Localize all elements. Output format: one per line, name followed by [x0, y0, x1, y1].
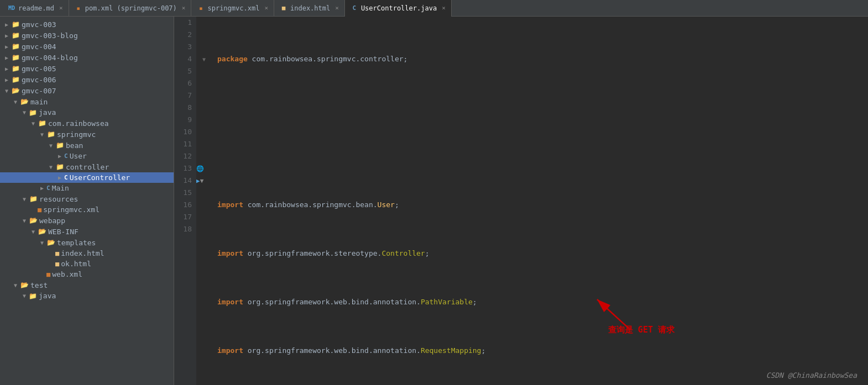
gutter-13: 🌐 — [196, 162, 212, 175]
linenum-15: 15 — [179, 187, 192, 199]
main-layout: ▶ 📁 gmvc-003 ▶ 📁 gmvc-003-blog ▶ 📁 gmvc-… — [0, 17, 868, 385]
arrow-springmvc: ▼ — [38, 131, 46, 138]
gutter-7 — [196, 89, 212, 102]
kw-import-4: import — [217, 199, 243, 211]
gutter-15 — [196, 187, 212, 199]
folder-icon-webinf: 📂 — [38, 227, 46, 236]
label-gmvc-005: gmvc-005 — [22, 65, 174, 73]
folder-icon-gmvc-006: 📁 — [11, 75, 20, 84]
arrow-bean: ▼ — [46, 143, 55, 149]
sidebar-item-springmvc[interactable]: ▼ 📁 springmvc — [0, 129, 174, 140]
code-line-3 — [217, 150, 862, 162]
gutter-5 — [196, 65, 212, 77]
arrow-templates: ▼ — [38, 240, 46, 246]
tab-usercontroller-label: UserController.java — [361, 4, 437, 12]
linenum-5: 5 — [179, 65, 192, 77]
sidebar-item-bean[interactable]: ▼ 📁 bean — [0, 140, 174, 151]
linenum-9: 9 — [179, 114, 192, 126]
sidebar-item-web-xml[interactable]: ▶ ■ web.xml — [0, 269, 174, 279]
label-bean: bean — [66, 141, 174, 150]
tab-index-label: index.html — [290, 4, 330, 12]
sidebar-item-controller[interactable]: ▼ 📁 controller — [0, 161, 174, 172]
tab-pom-close[interactable]: × — [182, 4, 186, 12]
sidebar-item-usercontroller[interactable]: ▶ C UserController — [0, 172, 174, 183]
class-user: User — [378, 199, 395, 211]
sidebar-item-templates[interactable]: ▼ 📂 templates — [0, 237, 174, 248]
sidebar-item-main-class[interactable]: ▶ C Main — [0, 183, 174, 193]
class-pathvariable: PathVariable — [421, 296, 473, 308]
arrow-gmvc-007: ▼ — [2, 88, 11, 94]
tab-usercontroller-close[interactable]: × — [442, 4, 446, 12]
tab-pom[interactable]: ◼ pom.xml (springmvc-007) × — [69, 0, 192, 17]
sidebar-item-gmvc-004[interactable]: ▶ 📁 gmvc-004 — [0, 41, 174, 52]
linenum-7: 7 — [179, 89, 192, 102]
sidebar-item-gmvc-003-blog[interactable]: ▶ 📁 gmvc-003-blog — [0, 30, 174, 41]
html-icon-index: ■ — [280, 4, 287, 12]
sidebar-item-gmvc-007[interactable]: ▼ 📂 gmvc-007 — [0, 85, 174, 96]
sidebar-item-user[interactable]: ▶ C User — [0, 151, 174, 161]
linenum-4: 4 — [179, 53, 192, 65]
gutter-8 — [196, 102, 212, 114]
sidebar-item-java[interactable]: ▼ 📁 java — [0, 107, 174, 118]
gutter-2 — [196, 29, 212, 41]
folder-icon-gmvc-004: 📁 — [11, 42, 20, 51]
gutter-9 — [196, 114, 212, 126]
class-icon-user: C — [64, 152, 68, 160]
label-springmvc: springmvc — [57, 130, 174, 139]
tab-springmvc-xml-close[interactable]: × — [264, 4, 268, 12]
sidebar-item-gmvc-006[interactable]: ▶ 📁 gmvc-006 — [0, 74, 174, 85]
sidebar-item-ok-html[interactable]: ▶ ■ ok.html — [0, 259, 174, 269]
sidebar-item-gmvc-005[interactable]: ▶ 📁 gmvc-005 — [0, 63, 174, 74]
tab-readme[interactable]: MD readme.md × — [2, 0, 69, 17]
folder-icon-gmvc-003-blog: 📁 — [11, 31, 20, 40]
label-gmvc-006: gmvc-006 — [22, 76, 174, 84]
line-numbers: 1 2 3 4 5 6 7 8 9 10 11 12 13 14 15 16 1… — [174, 17, 196, 385]
arrow-java2: ▼ — [20, 293, 29, 299]
sidebar-item-resources[interactable]: ▼ 📁 resources — [0, 193, 174, 204]
sidebar: ▶ 📁 gmvc-003 ▶ 📁 gmvc-003-blog ▶ 📁 gmvc-… — [0, 17, 174, 385]
gutter-4: ▼ — [196, 53, 212, 65]
label-main: main — [30, 98, 174, 106]
tab-springmvc-xml[interactable]: ◼ springmvc.xml × — [191, 0, 274, 17]
gutter-10 — [196, 126, 212, 138]
kw-import-5: import — [217, 247, 243, 260]
tab-index-close[interactable]: × — [335, 4, 339, 12]
arrow-gmvc-003-blog: ▶ — [2, 33, 11, 39]
run-icon-14: ▶ — [196, 177, 200, 184]
label-com-rainbowsea: com.rainbowsea — [48, 119, 174, 128]
linenum-12: 12 — [179, 150, 192, 162]
sidebar-item-index-html[interactable]: ▶ ■ index.html — [0, 248, 174, 259]
gutter-16 — [196, 199, 212, 211]
code-editor[interactable]: 1 2 3 4 5 6 7 8 9 10 11 12 13 14 15 16 1… — [174, 17, 868, 385]
get-callout-text: 查询是 GET 请求 — [608, 325, 674, 335]
folder-icon-com-rainbowsea: 📁 — [38, 119, 46, 128]
sidebar-item-java2[interactable]: ▼ 📁 java — [0, 291, 174, 301]
tab-readme-close[interactable]: × — [59, 4, 63, 12]
label-gmvc-004: gmvc-004 — [22, 43, 174, 51]
tab-springmvc-xml-label: springmvc.xml — [207, 4, 259, 12]
fold-icon-4: ▼ — [202, 56, 206, 62]
linenum-10: 10 — [179, 126, 192, 138]
sidebar-item-springmvc-xml[interactable]: ▶ ■ springmvc.xml — [0, 204, 174, 215]
code-line-7: import org.springframework.web.bind.anno… — [217, 345, 862, 357]
sidebar-item-com-rainbowsea[interactable]: ▼ 📁 com.rainbowsea — [0, 118, 174, 129]
gutter-12 — [196, 150, 212, 162]
sidebar-item-test[interactable]: ▼ 📂 test — [0, 279, 174, 291]
arrow-controller: ▼ — [46, 164, 55, 170]
tab-usercontroller[interactable]: C UserController.java × — [345, 0, 452, 17]
linenum-3: 3 — [179, 41, 192, 53]
arrow-webapp: ▼ — [20, 218, 29, 224]
sidebar-item-webinf[interactable]: ▼ 📂 WEB-INF — [0, 226, 174, 237]
sidebar-item-main[interactable]: ▼ 📂 main — [0, 96, 174, 107]
sidebar-item-gmvc-003[interactable]: ▶ 📁 gmvc-003 — [0, 19, 174, 30]
folder-icon-templates: 📂 — [46, 238, 55, 247]
html-icon-index-tree: ■ — [55, 250, 59, 257]
tab-index-html[interactable]: ■ index.html × — [274, 0, 345, 17]
label-test: test — [30, 281, 174, 289]
linenum-13: 13 — [179, 162, 192, 175]
sidebar-item-gmvc-004-blog[interactable]: ▶ 📁 gmvc-004-blog — [0, 52, 174, 63]
sidebar-item-webapp[interactable]: ▼ 📂 webapp — [0, 215, 174, 226]
class-icon-main: C — [46, 184, 50, 192]
linenum-6: 6 — [179, 77, 192, 89]
bookmark-icon-13: 🌐 — [196, 165, 204, 172]
